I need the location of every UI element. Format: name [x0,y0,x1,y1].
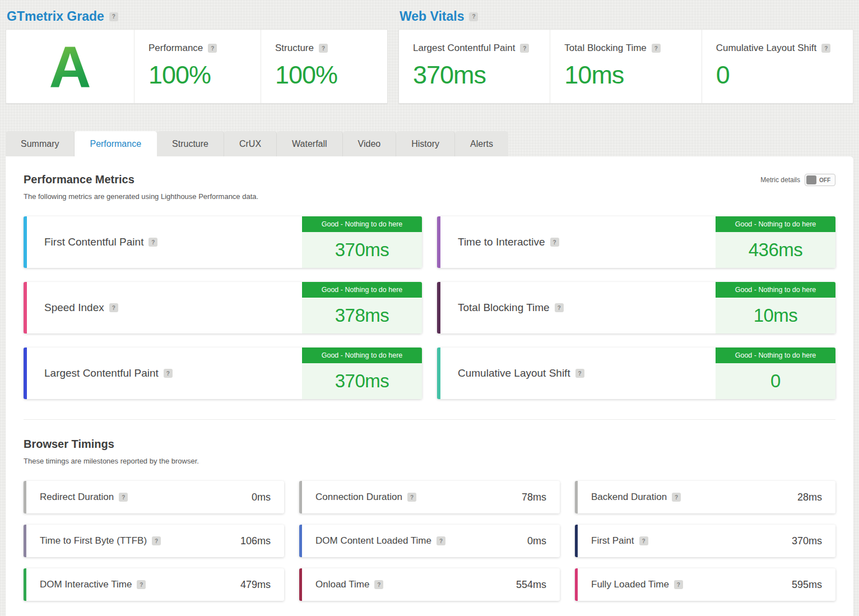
toggle-label: Metric details [760,176,800,184]
help-icon[interactable]: ? [652,44,661,53]
timing-label-row: DOM Content Loaded Time ? [315,535,445,546]
tab-structure[interactable]: Structure [157,131,224,156]
timing-label: Onload Time [315,579,369,590]
metric-card-right: Good - Nothing to do here 370ms [302,348,422,399]
metric-value: 370ms [302,363,422,399]
metric-label: Cumulative Layout Shift [716,43,817,54]
help-icon[interactable]: ? [319,44,328,53]
metric-label: Performance [148,43,203,54]
help-icon[interactable]: ? [674,580,683,589]
metric-value: 10ms [716,298,835,334]
browser-timing-card: DOM Interactive Time ? 479ms [24,568,284,601]
timing-label-row: DOM Interactive Time ? [40,579,146,590]
performance-metric-grid: First Contentful Paint ? Good - Nothing … [24,216,835,399]
browser-timing-grid: Redirect Duration ? 0ms Connection Durat… [24,481,835,601]
tab-label: Performance [90,139,141,149]
metric-card-left: Cumulative Layout Shift ? [440,348,716,399]
web-vital-metric: Largest Contentful Paint ? 370ms [399,30,550,103]
metric-value: 436ms [716,232,835,268]
browser-timing-card: Onload Time ? 554ms [299,568,560,601]
performance-metric-card: Largest Contentful Paint ? Good - Nothin… [24,348,422,399]
help-icon[interactable]: ? [109,12,118,21]
gtmetrix-grade-title-row: GTmetrix Grade ? [7,9,388,24]
metric-value: 378ms [302,298,422,334]
timing-label: DOM Content Loaded Time [315,535,431,546]
help-icon[interactable]: ? [374,580,383,589]
help-icon[interactable]: ? [407,493,416,502]
tab-alerts[interactable]: Alerts [455,131,508,156]
browser-timing-card: Time to First Byte (TTFB) ? 106ms [24,525,284,557]
help-icon[interactable]: ? [672,493,681,502]
browser-timings-title: Browser Timings [24,438,835,451]
metric-label: Total Blocking Time [458,302,550,314]
grade-metrics: Performance ? 100% Structure ? 100% [134,30,387,103]
metric-card-left: First Contentful Paint ? [27,216,302,268]
tab-label: Alerts [470,139,493,149]
timing-label-row: Time to First Byte (TTFB) ? [40,535,161,546]
metric-card-right: Good - Nothing to do here 10ms [716,282,835,334]
timing-label: Time to First Byte (TTFB) [40,535,147,546]
browser-timing-card: Fully Loaded Time ? 595ms [575,568,835,601]
browser-timing-card: First Paint ? 370ms [575,525,835,557]
tab-video[interactable]: Video [343,131,397,156]
help-icon[interactable]: ? [469,12,478,21]
tab-label: CrUX [239,139,261,149]
toggle-switch[interactable]: OFF [805,174,835,186]
tab-label: Waterfall [292,139,327,149]
help-icon[interactable]: ? [109,303,118,312]
help-icon[interactable]: ? [137,580,146,589]
timing-label-row: Redirect Duration ? [40,492,128,503]
help-icon[interactable]: ? [437,536,445,545]
timing-label-row: Fully Loaded Time ? [591,579,683,590]
timing-label-row: Connection Duration ? [315,492,416,503]
tab-history[interactable]: History [396,131,455,156]
help-icon[interactable]: ? [821,44,830,53]
performance-panel: Performance Metrics Metric details OFF T… [6,156,853,616]
metric-label: Structure [275,43,314,54]
web-vitals-title-row: Web Vitals ? [400,9,853,24]
grade-letter-cell: A [6,30,134,103]
web-vitals-section: Web Vitals ? Largest Contentful Paint ? … [398,4,853,104]
web-vitals-card: Largest Contentful Paint ? 370ms Total B… [398,29,853,104]
help-icon[interactable]: ? [164,369,173,378]
metric-details-toggle[interactable]: Metric details OFF [760,174,835,186]
web-vital-metric: Total Blocking Time ? 10ms [550,30,701,103]
timing-value: 28ms [797,492,822,503]
tab-performance[interactable]: Performance [75,131,157,156]
performance-metric-card: Total Blocking Time ? Good - Nothing to … [437,282,835,334]
toggle-state: OFF [816,177,834,183]
timing-label: Backend Duration [591,492,667,503]
browser-timing-card: DOM Content Loaded Time ? 0ms [299,525,560,557]
help-icon[interactable]: ? [550,238,559,247]
metric-value: 0 [716,61,847,90]
help-icon[interactable]: ? [148,238,157,247]
metric-card-right: Good - Nothing to do here 378ms [302,282,422,334]
help-icon[interactable]: ? [555,303,564,312]
tab-label: Summary [21,139,59,149]
help-icon[interactable]: ? [208,44,217,53]
timing-value: 106ms [240,535,271,547]
help-icon[interactable]: ? [575,369,584,378]
metric-card-left: Time to Interactive ? [440,216,716,268]
performance-metric-card: Cumulative Layout Shift ? Good - Nothing… [437,348,835,399]
timing-label: DOM Interactive Time [40,579,132,590]
tab-crux[interactable]: CrUX [224,131,277,156]
metric-status-badge: Good - Nothing to do here [302,282,422,298]
timing-value: 78ms [522,492,546,503]
performance-metric-card: Speed Index ? Good - Nothing to do here … [24,282,422,334]
metric-label: Cumulative Layout Shift [458,367,570,379]
metric-value: 100% [148,61,255,90]
tab-summary[interactable]: Summary [6,131,75,156]
help-icon[interactable]: ? [639,536,648,545]
tab-waterfall[interactable]: Waterfall [277,131,343,156]
top-summary-row: GTmetrix Grade ? A Performance ? 100% St… [6,4,853,104]
help-icon[interactable]: ? [152,536,161,545]
grade-letter: A [49,38,91,96]
metric-status-badge: Good - Nothing to do here [716,282,835,298]
help-icon[interactable]: ? [520,44,529,53]
timing-value: 554ms [516,579,546,591]
help-icon[interactable]: ? [119,493,128,502]
metric-status-badge: Good - Nothing to do here [716,216,835,232]
timing-label: Redirect Duration [40,492,114,503]
performance-metrics-subtitle: The following metrics are generated usin… [24,192,835,201]
